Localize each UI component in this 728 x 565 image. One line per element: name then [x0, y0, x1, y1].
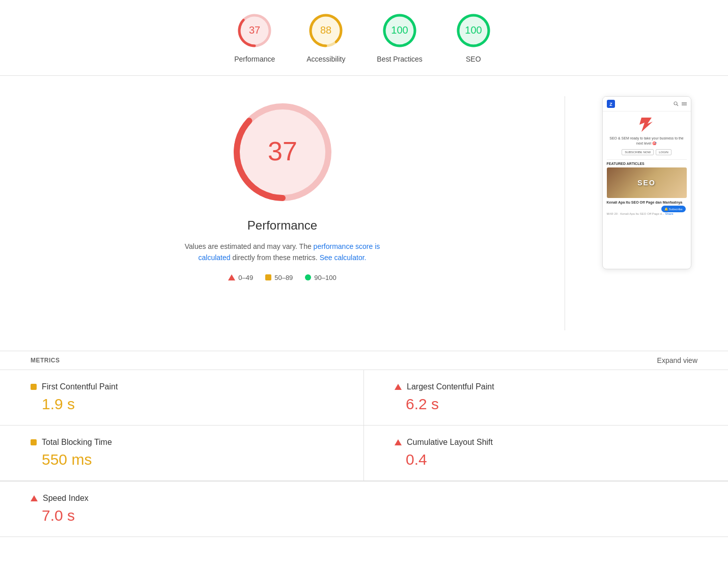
- metric-fcp-icon: [31, 384, 37, 390]
- metric-tbt-name: Total Blocking Time: [42, 438, 112, 447]
- phone-header-icons: [674, 101, 687, 106]
- phone-date: MAR 20 · Kenali Apa Itu SEO Off Page d..…: [607, 212, 687, 215]
- performance-title: Performance: [247, 218, 317, 233]
- svg-point-12: [674, 102, 677, 105]
- svg-text:Z: Z: [609, 102, 612, 107]
- legend-average: 50–89: [265, 274, 293, 281]
- score-seo: 100 SEO: [453, 10, 494, 63]
- left-panel: 37 Performance Values are estimated and …: [31, 96, 534, 330]
- svg-rect-14: [682, 102, 687, 103]
- metric-lcp-name-row: Largest Contentful Paint: [395, 382, 697, 391]
- phone-article-title: Kenali Apa Itu SEO Off Page dan Manfaatn…: [607, 200, 687, 205]
- score-performance: 37 Performance: [234, 10, 275, 63]
- metric-tbt-icon: [31, 439, 37, 445]
- metric-si-name: Speed Index: [43, 494, 89, 503]
- svg-line-13: [677, 105, 678, 106]
- score-label-seo: SEO: [466, 55, 481, 63]
- vertical-divider: [565, 96, 565, 330]
- metric-si-value: 7.0 s: [42, 507, 697, 524]
- metric-si-icon: [31, 495, 38, 501]
- gauge-seo: 100: [453, 10, 494, 51]
- metrics-header: METRICS Expand view: [0, 351, 728, 370]
- score-label-performance: Performance: [234, 55, 275, 63]
- score-label-accessibility: Accessibility: [306, 55, 345, 63]
- phone-body: SEO & SEM ready to take your business to…: [603, 111, 691, 219]
- calculator-link[interactable]: See calculator.: [320, 253, 367, 262]
- legend-poor-label: 0–49: [238, 274, 253, 281]
- gauge-performance: 37: [234, 10, 275, 51]
- phone-login-btn: LOGIN: [656, 149, 671, 155]
- svg-rect-16: [682, 105, 687, 105]
- legend-good-label: 90–100: [314, 274, 336, 281]
- legend-good: 90–100: [305, 274, 336, 281]
- phone-app-logo: Z: [607, 100, 615, 108]
- metric-tbt: Total Blocking Time 550 ms: [0, 426, 364, 481]
- metric-cls-icon: [395, 439, 402, 445]
- metric-lcp-icon: [395, 384, 402, 390]
- expand-view-button[interactable]: Expand view: [657, 356, 697, 364]
- metric-lcp: Largest Contentful Paint 6.2 s: [364, 370, 728, 426]
- metric-si-name-row: Speed Index: [31, 494, 697, 503]
- metric-cls-name-row: Cumulative Layout Shift: [395, 438, 697, 447]
- score-accessibility: 88 Accessibility: [305, 10, 346, 63]
- description-part2: directly from these metrics.: [231, 253, 320, 262]
- svg-text:100: 100: [465, 24, 482, 36]
- phone-tagline: SEO & SEM ready to take your business to…: [607, 136, 687, 146]
- right-panel: Z: [596, 96, 697, 330]
- svg-text:88: 88: [320, 24, 331, 36]
- svg-text:37: 37: [268, 136, 297, 166]
- seo-text: SEO: [637, 179, 656, 187]
- legend-square-icon: [265, 274, 271, 280]
- phone-header: Z: [603, 97, 691, 111]
- svg-rect-15: [682, 103, 687, 104]
- legend-poor: 0–49: [228, 274, 253, 281]
- svg-text:37: 37: [249, 24, 260, 36]
- svg-text:100: 100: [391, 24, 408, 36]
- metric-tbt-name-row: Total Blocking Time: [31, 438, 333, 447]
- metric-fcp: First Contentful Paint 1.9 s: [0, 370, 364, 426]
- phone-search-icon: [674, 101, 679, 106]
- metric-fcp-name: First Contentful Paint: [42, 382, 118, 391]
- gauge-accessibility: 88: [305, 10, 346, 51]
- metric-lcp-value: 6.2 s: [406, 396, 697, 413]
- brand-logo: [637, 116, 656, 134]
- score-best-practices: 100 Best Practices: [377, 10, 422, 63]
- metric-tbt-value: 550 ms: [42, 451, 333, 468]
- metric-cls-name: Cumulative Layout Shift: [407, 438, 493, 447]
- metric-lcp-name: Largest Contentful Paint: [407, 382, 494, 391]
- phone-article-image: SEO: [607, 167, 687, 198]
- phone-subscribe-badge: 🔔 Subscribe: [661, 206, 685, 212]
- description-part1: Values are estimated and may vary. The: [185, 242, 314, 250]
- phone-menu-icon: [682, 101, 687, 106]
- main-content: 37 Performance Values are estimated and …: [0, 76, 728, 351]
- scores-bar: 37 Performance 88 Accessibility 100: [0, 0, 728, 76]
- legend-circle-icon: [305, 274, 311, 280]
- metric-si: Speed Index 7.0 s: [0, 482, 728, 537]
- phone-buttons: SUBSCRIBE NOW LOGIN: [607, 149, 687, 155]
- big-gauge: 37: [227, 96, 339, 208]
- legend-triangle-icon: [228, 274, 235, 280]
- metrics-title: METRICS: [31, 357, 60, 364]
- legend-average-label: 50–89: [274, 274, 293, 281]
- metrics-grid: First Contentful Paint 1.9 s Largest Con…: [0, 370, 728, 482]
- description: Values are estimated and may vary. The p…: [176, 241, 389, 264]
- svg-marker-17: [639, 118, 653, 132]
- legend: 0–49 50–89 90–100: [228, 274, 336, 281]
- score-label-best-practices: Best Practices: [377, 55, 422, 63]
- metric-cls: Cumulative Layout Shift 0.4: [364, 426, 728, 481]
- metric-fcp-name-row: First Contentful Paint: [31, 382, 333, 391]
- metric-fcp-value: 1.9 s: [42, 396, 333, 413]
- phone-subscribe-btn: SUBSCRIBE NOW: [622, 149, 654, 155]
- metric-cls-value: 0.4: [406, 451, 697, 468]
- phone-featured-articles: FEATURED ARTICLES: [607, 159, 687, 165]
- phone-mockup: Z: [602, 96, 691, 269]
- gauge-best-practices: 100: [379, 10, 420, 51]
